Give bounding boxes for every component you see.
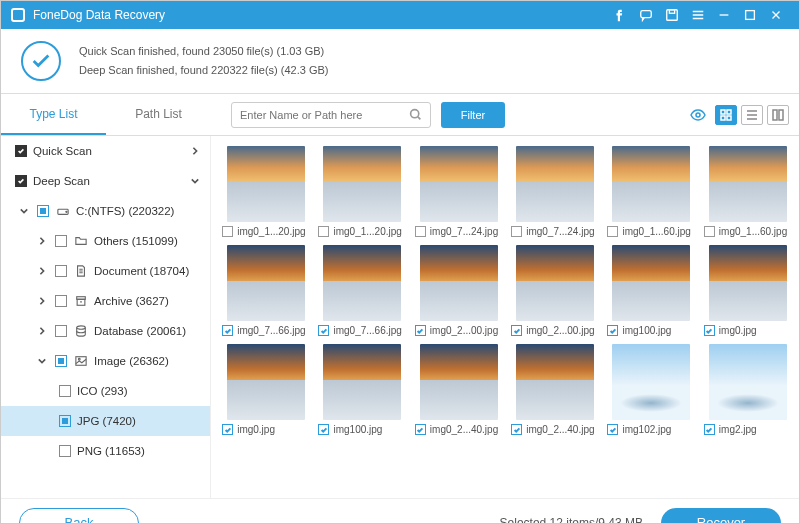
tree-others[interactable]: Others (151099) <box>1 226 210 256</box>
file-thumb[interactable]: img0.jpg <box>703 245 793 336</box>
checkbox-icon[interactable] <box>704 424 715 435</box>
file-thumb[interactable]: img0_2...00.jpg <box>414 245 504 336</box>
file-name: img0.jpg <box>719 325 757 336</box>
file-thumb[interactable]: img0_2...40.jpg <box>414 344 504 435</box>
thumbnail-image <box>612 245 690 321</box>
deep-scan-status: Deep Scan finished, found 220322 file(s)… <box>79 61 328 80</box>
checkbox-icon[interactable] <box>318 226 329 237</box>
checkbox-icon[interactable] <box>704 325 715 336</box>
checkbox-icon[interactable] <box>55 235 67 247</box>
checkbox-icon[interactable] <box>511 226 522 237</box>
maximize-icon[interactable] <box>737 1 763 29</box>
file-thumb[interactable]: img0.jpg <box>221 344 311 435</box>
svg-rect-1 <box>667 10 678 21</box>
view-detail-icon[interactable] <box>767 105 789 125</box>
preview-icon[interactable] <box>687 105 709 125</box>
checkbox-icon[interactable] <box>415 424 426 435</box>
checkbox-icon[interactable] <box>511 424 522 435</box>
checkbox-icon[interactable] <box>15 175 27 187</box>
tab-path-list[interactable]: Path List <box>106 95 211 135</box>
checkbox-icon[interactable] <box>59 385 71 397</box>
checkbox-icon[interactable] <box>37 205 49 217</box>
tree-jpg[interactable]: JPG (7420) <box>1 406 210 436</box>
view-list-icon[interactable] <box>741 105 763 125</box>
thumbnail-image <box>612 344 690 420</box>
file-thumb[interactable]: img100.jpg <box>317 344 407 435</box>
file-thumb[interactable]: img0_2...40.jpg <box>510 344 600 435</box>
file-thumb[interactable]: img102.jpg <box>606 344 696 435</box>
svg-point-16 <box>77 326 86 329</box>
file-thumb[interactable]: img0_1...60.jpg <box>606 146 696 237</box>
drive-icon <box>55 205 71 217</box>
view-grid-icon[interactable] <box>715 105 737 125</box>
chevron-right-icon <box>35 267 49 275</box>
close-icon[interactable] <box>763 1 789 29</box>
tree-png[interactable]: PNG (11653) <box>1 436 210 466</box>
checkbox-icon[interactable] <box>59 445 71 457</box>
checkbox-icon[interactable] <box>55 355 67 367</box>
svg-point-18 <box>78 358 80 360</box>
tree-quick-scan[interactable]: Quick Scan <box>1 136 210 166</box>
tree-ico[interactable]: ICO (293) <box>1 376 210 406</box>
checkbox-icon[interactable] <box>415 325 426 336</box>
tree-database[interactable]: Database (20061) <box>1 316 210 346</box>
checkbox-icon[interactable] <box>607 325 618 336</box>
search-input[interactable] <box>240 109 409 121</box>
quick-scan-status: Quick Scan finished, found 23050 file(s)… <box>79 42 328 61</box>
tree-image[interactable]: Image (26362) <box>1 346 210 376</box>
file-thumb[interactable]: img2.jpg <box>703 344 793 435</box>
selection-status: Selected 12 items/9.43 MB <box>500 516 643 525</box>
tree-archive[interactable]: Archive (3627) <box>1 286 210 316</box>
checkbox-icon[interactable] <box>415 226 426 237</box>
recover-button[interactable]: Recover <box>661 508 781 525</box>
checkbox-icon[interactable] <box>511 325 522 336</box>
checkbox-icon[interactable] <box>607 226 618 237</box>
checkbox-icon[interactable] <box>222 226 233 237</box>
svg-rect-10 <box>773 110 777 120</box>
menu-icon[interactable] <box>685 1 711 29</box>
scan-summary: Quick Scan finished, found 23050 file(s)… <box>1 29 799 94</box>
filter-button[interactable]: Filter <box>441 102 505 128</box>
file-thumb[interactable]: img100.jpg <box>606 245 696 336</box>
file-thumb[interactable]: img0_1...20.jpg <box>317 146 407 237</box>
checkbox-icon[interactable] <box>222 325 233 336</box>
thumbnail-image <box>709 245 787 321</box>
facebook-icon[interactable] <box>607 1 633 29</box>
checkbox-icon[interactable] <box>55 325 67 337</box>
tab-type-list[interactable]: Type List <box>1 95 106 135</box>
file-name: img0_7...66.jpg <box>237 325 305 336</box>
checkbox-icon[interactable] <box>222 424 233 435</box>
check-icon <box>21 41 61 81</box>
feedback-icon[interactable] <box>633 1 659 29</box>
file-thumb[interactable]: img0_1...60.jpg <box>703 146 793 237</box>
file-name: img0_2...00.jpg <box>526 325 594 336</box>
file-thumb[interactable]: img0_7...66.jpg <box>317 245 407 336</box>
checkbox-icon[interactable] <box>59 415 71 427</box>
checkbox-icon[interactable] <box>55 295 67 307</box>
tree-deep-scan[interactable]: Deep Scan <box>1 166 210 196</box>
file-name: img0_7...24.jpg <box>526 226 594 237</box>
search-box[interactable] <box>231 102 431 128</box>
file-thumb[interactable]: img0_1...20.jpg <box>221 146 311 237</box>
tree-document[interactable]: Document (18704) <box>1 256 210 286</box>
file-thumb[interactable]: img0_7...66.jpg <box>221 245 311 336</box>
file-name: img0_1...20.jpg <box>237 226 305 237</box>
thumbnail-image <box>323 146 401 222</box>
minimize-icon[interactable] <box>711 1 737 29</box>
checkbox-icon[interactable] <box>607 424 618 435</box>
thumbnail-image <box>516 344 594 420</box>
file-name: img0_1...20.jpg <box>333 226 401 237</box>
checkbox-icon[interactable] <box>318 325 329 336</box>
document-icon <box>73 265 89 277</box>
file-thumb[interactable]: img0_2...00.jpg <box>510 245 600 336</box>
save-icon[interactable] <box>659 1 685 29</box>
file-thumb[interactable]: img0_7...24.jpg <box>414 146 504 237</box>
checkbox-icon[interactable] <box>704 226 715 237</box>
file-thumb[interactable]: img0_7...24.jpg <box>510 146 600 237</box>
thumbnail-image <box>709 146 787 222</box>
tree-drive[interactable]: C:(NTFS) (220322) <box>1 196 210 226</box>
checkbox-icon[interactable] <box>15 145 27 157</box>
checkbox-icon[interactable] <box>318 424 329 435</box>
checkbox-icon[interactable] <box>55 265 67 277</box>
back-button[interactable]: Back <box>19 508 139 525</box>
